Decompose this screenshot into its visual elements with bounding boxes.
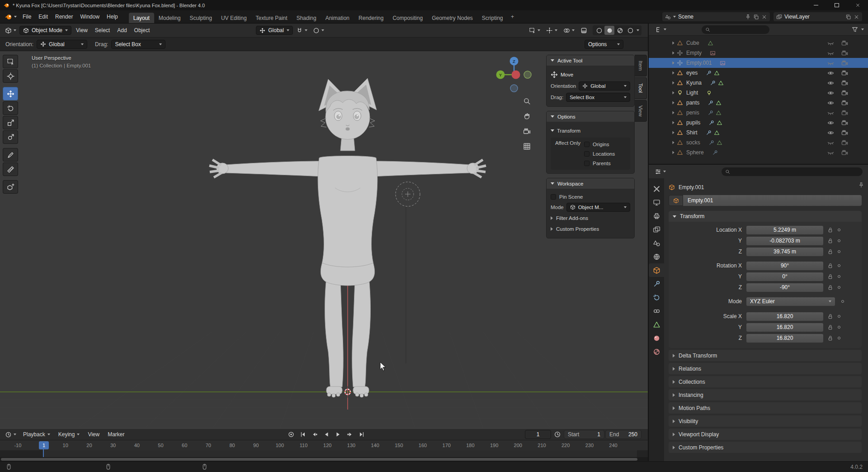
workspace-tab[interactable]: Sculpting (185, 13, 217, 23)
hide-viewport-eye-icon[interactable] (827, 70, 834, 76)
tab-tool[interactable] (649, 182, 664, 195)
keying-menu[interactable]: Keying (55, 431, 84, 438)
transform-subheader[interactable]: Transform (551, 125, 630, 136)
disable-render-camera-icon[interactable] (841, 139, 848, 146)
unlink-icon[interactable] (761, 14, 767, 20)
active-tool-header[interactable]: Active Tool (547, 55, 634, 66)
tab-object-data[interactable] (649, 318, 664, 331)
viewport-menu-item[interactable]: Select (91, 27, 113, 33)
hide-viewport-eye-closed-icon[interactable] (827, 139, 834, 146)
play-button[interactable] (333, 430, 344, 439)
use-preview-range-button[interactable] (552, 430, 563, 439)
add-cube-tool-button[interactable] (3, 180, 18, 194)
playback-menu[interactable]: Playback (19, 431, 54, 438)
camera-view-button[interactable] (521, 125, 533, 138)
next-keyframe-button[interactable] (344, 430, 355, 439)
cursor-tool-button[interactable] (3, 69, 18, 83)
rotation-mode-dropdown[interactable]: XYZ Euler (746, 297, 835, 306)
lock-icon[interactable] (827, 274, 833, 280)
number-field[interactable]: 90° (746, 262, 823, 270)
disclosure-icon[interactable] (672, 62, 674, 65)
navigation-gizmo[interactable]: Z Y (494, 55, 534, 95)
disable-render-camera-icon[interactable] (841, 119, 848, 126)
disable-render-camera-icon[interactable] (841, 149, 848, 156)
disable-render-camera-icon[interactable] (841, 110, 848, 116)
xray-toggle-button[interactable] (578, 25, 590, 35)
lock-icon[interactable] (827, 227, 833, 233)
properties-search-input[interactable] (722, 167, 863, 176)
measure-tool-button[interactable] (3, 162, 18, 176)
disclosure-icon[interactable] (672, 101, 674, 105)
hide-viewport-eye-closed-icon[interactable] (827, 50, 834, 57)
jump-to-start-button[interactable] (297, 430, 308, 439)
snapping-button[interactable] (294, 25, 310, 35)
scale-tool-button[interactable] (3, 116, 18, 129)
transform-tool-button[interactable] (3, 130, 18, 144)
outliner-search-input[interactable] (702, 25, 769, 34)
playhead[interactable]: 1 (39, 441, 49, 449)
outliner-row[interactable]: Empty.001 (649, 58, 868, 68)
tab-physics[interactable] (649, 291, 664, 304)
animate-dot-icon[interactable] (838, 264, 840, 267)
disclosure-icon[interactable] (672, 81, 674, 85)
tab-render[interactable] (649, 195, 664, 209)
workspace-tab[interactable]: UV Editing (217, 13, 251, 23)
object-name[interactable]: penis (686, 110, 699, 116)
lock-icon[interactable] (827, 238, 833, 244)
orientation-dropdown[interactable]: Global (579, 81, 630, 91)
filter-icon[interactable] (852, 26, 858, 33)
checkbox[interactable] (551, 194, 556, 200)
outliner-row[interactable]: pupils (649, 118, 868, 128)
tab-object[interactable] (649, 263, 664, 277)
axis-neg-y-ball[interactable] (524, 71, 531, 78)
disclosure-icon[interactable] (672, 52, 674, 55)
disable-render-camera-icon[interactable] (841, 129, 848, 136)
hide-viewport-eye-closed-icon[interactable] (827, 149, 834, 156)
disclosure-icon[interactable] (672, 111, 674, 114)
object-name[interactable]: Shirt (686, 129, 698, 136)
menu-item[interactable]: Edit (35, 14, 52, 20)
scene-selector[interactable]: Scene (662, 12, 770, 22)
orientation-setting-dropdown[interactable]: Global (37, 40, 87, 49)
disable-render-camera-icon[interactable] (841, 90, 848, 96)
custom-properties-row[interactable]: Custom Properties (551, 224, 630, 234)
sidebar-tab[interactable]: Tool (635, 77, 647, 99)
workspace-tab[interactable]: Texture Paint (251, 13, 292, 23)
material-preview-button[interactable] (615, 26, 625, 35)
viewlayer-selector[interactable]: ViewLayer (773, 12, 863, 22)
rendered-shading-button[interactable] (625, 26, 635, 35)
hide-viewport-eye-icon[interactable] (827, 119, 834, 126)
id-type-button[interactable] (669, 195, 683, 206)
object-name[interactable]: Kyuna (686, 80, 702, 86)
tab-modifiers[interactable] (649, 277, 664, 291)
tab-material[interactable] (649, 331, 664, 345)
tab-view-layer[interactable] (649, 223, 664, 236)
workspace-tab[interactable]: Shading (292, 13, 321, 23)
timeline-scrollbar[interactable] (0, 457, 648, 461)
wireframe-shading-button[interactable] (594, 26, 604, 35)
disable-render-camera-icon[interactable] (841, 50, 848, 57)
editor-type-button[interactable] (3, 25, 19, 35)
outliner-row[interactable]: pants (649, 98, 868, 108)
workspace-tab[interactable]: Animation (321, 13, 354, 23)
editor-type-button[interactable] (3, 429, 19, 439)
outliner-row[interactable]: Shirt (649, 128, 868, 138)
object-name[interactable]: Light (686, 90, 698, 96)
axis-x-ball[interactable] (512, 71, 520, 79)
new-viewlayer-icon[interactable] (845, 14, 851, 20)
object-name[interactable]: Sphere (686, 149, 704, 156)
scrollbar-thumb[interactable] (1, 458, 637, 461)
outliner-row[interactable]: Sphere (649, 148, 868, 157)
pan-button[interactable] (521, 110, 533, 122)
outliner-row[interactable]: penis (649, 108, 868, 118)
tab-scene[interactable] (649, 236, 664, 250)
lock-icon[interactable] (827, 285, 833, 291)
animate-dot-icon[interactable] (838, 326, 840, 329)
minimize-button[interactable] (806, 0, 826, 10)
number-field[interactable]: 16.820 (746, 323, 823, 332)
workspace-tab[interactable]: Modeling (154, 13, 185, 23)
transform-orientation-dropdown[interactable]: Global (256, 26, 293, 35)
disclosure-icon[interactable] (672, 141, 674, 144)
workspace-tab[interactable]: Rendering (354, 13, 388, 23)
sidebar-tab[interactable]: Item (635, 55, 647, 76)
